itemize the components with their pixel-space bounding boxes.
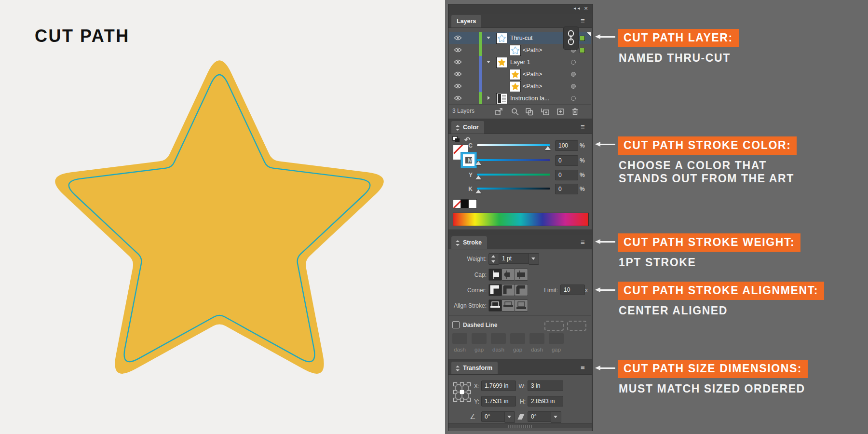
- layer-name[interactable]: Layer 1: [510, 59, 530, 66]
- align-center-button[interactable]: [488, 299, 502, 312]
- visibility-eye-icon[interactable]: [449, 80, 467, 92]
- panel-collapse-icon[interactable]: [455, 240, 460, 246]
- stroke-menu-icon[interactable]: ≡: [581, 239, 589, 245]
- layer-name[interactable]: Thru-cut: [510, 35, 533, 41]
- gap-input-2[interactable]: [510, 333, 525, 344]
- weight-dropdown[interactable]: [529, 253, 539, 265]
- new-layer-icon[interactable]: [556, 108, 566, 116]
- rotate-dropdown[interactable]: [504, 411, 515, 423]
- transform-menu-icon[interactable]: ≡: [581, 364, 589, 371]
- corner-bevel-button[interactable]: [515, 284, 528, 296]
- align-inside-button[interactable]: [502, 299, 515, 312]
- visibility-eye-icon[interactable]: [449, 32, 467, 44]
- color-spectrum-bar[interactable]: [453, 213, 589, 226]
- layer-row-path-2[interactable]: <Path>: [449, 68, 591, 81]
- layer-row-path-3[interactable]: <Path>: [449, 80, 591, 93]
- target-circle-icon[interactable]: [571, 60, 576, 65]
- divider: [449, 315, 591, 316]
- rotate-value-input[interactable]: 0°: [481, 411, 505, 422]
- black-slider[interactable]: [477, 188, 550, 190]
- collect-for-export-icon[interactable]: [495, 108, 504, 116]
- delete-layer-trash-icon[interactable]: [571, 108, 581, 116]
- weight-stepper[interactable]: [488, 253, 499, 265]
- h-value-input[interactable]: 2.8593 in: [528, 396, 563, 407]
- visibility-eye-icon[interactable]: [449, 92, 467, 104]
- dashed-line-checkbox[interactable]: [452, 321, 460, 328]
- visibility-eye-icon[interactable]: [449, 56, 467, 68]
- swatch-white[interactable]: [468, 199, 477, 208]
- layer-thumbnail[interactable]: [510, 69, 521, 80]
- layer-thumbnail[interactable]: [510, 81, 521, 92]
- cap-butt-button[interactable]: [488, 269, 502, 281]
- corner-miter-button[interactable]: [488, 284, 502, 296]
- cyan-slider[interactable]: [477, 144, 550, 146]
- constrain-proportions-link-icon[interactable]: [563, 27, 579, 50]
- miter-limit-input[interactable]: 10: [560, 285, 585, 295]
- dash-input-2[interactable]: [491, 333, 506, 344]
- stroke-tabstrip: Stroke ≡: [448, 235, 592, 249]
- shear-value-input[interactable]: 0°: [528, 411, 552, 422]
- black-value-input[interactable]: 0: [555, 184, 578, 194]
- w-value-input[interactable]: 3 in: [528, 380, 563, 391]
- cap-round-button[interactable]: [502, 269, 515, 281]
- annotation-stroke-color: CUT PATH STROKE COLOR: CHOOSE A COLOR TH…: [618, 136, 797, 185]
- cap-projecting-button[interactable]: [515, 269, 528, 281]
- yellow-value-input[interactable]: 0: [555, 170, 578, 180]
- layer-thumbnail[interactable]: [496, 33, 507, 44]
- y-value-input[interactable]: 1.7531 in: [481, 396, 516, 407]
- expand-chevron-icon[interactable]: [487, 37, 490, 39]
- layer-row-layer-1[interactable]: Layer 1: [449, 56, 591, 68]
- layers-menu-icon[interactable]: ≡: [581, 17, 589, 24]
- shear-dropdown[interactable]: [551, 411, 561, 423]
- dash-align-icon[interactable]: [567, 321, 586, 331]
- gap-input-3[interactable]: [549, 333, 564, 344]
- target-circle-icon[interactable]: [571, 84, 576, 89]
- layer-thumbnail[interactable]: [496, 93, 507, 104]
- close-icon[interactable]: ✕: [584, 6, 588, 11]
- weight-value-input[interactable]: 1 pt: [499, 253, 529, 264]
- layer-row-instruction[interactable]: Instruction la...: [449, 92, 591, 105]
- dash-input-3[interactable]: [529, 333, 544, 344]
- star-shape[interactable]: [55, 60, 384, 374]
- layer-thumbnail[interactable]: [510, 45, 521, 56]
- yellow-slider[interactable]: [477, 174, 550, 176]
- reference-point-locator[interactable]: [452, 381, 472, 403]
- layer-name[interactable]: <Path>: [523, 71, 542, 78]
- layer-name[interactable]: <Path>: [523, 83, 542, 90]
- black-slider-handle[interactable]: [475, 190, 481, 193]
- corner-round-button[interactable]: [502, 284, 515, 296]
- visibility-eye-icon[interactable]: [449, 68, 467, 80]
- gap-input-1[interactable]: [472, 333, 487, 344]
- dash-field-label: dash: [491, 347, 506, 353]
- layer-name[interactable]: <Path>: [523, 47, 542, 54]
- collapsed-chevron-icon[interactable]: [488, 96, 490, 100]
- visibility-eye-icon[interactable]: [449, 44, 467, 56]
- target-circle-icon[interactable]: [571, 72, 576, 77]
- align-outside-button[interactable]: [515, 299, 528, 312]
- fill-stroke-mini-icon[interactable]: [452, 136, 460, 143]
- layer-thumbnail[interactable]: [496, 57, 507, 68]
- color-menu-icon[interactable]: ≡: [581, 123, 589, 130]
- cyan-value-input[interactable]: 100: [555, 140, 578, 151]
- collapse-panels-icon[interactable]: ◄◄: [573, 6, 581, 11]
- clipping-mask-icon[interactable]: [525, 108, 535, 116]
- miter-limit-suffix: x: [585, 287, 588, 294]
- panel-collapse-icon[interactable]: [455, 366, 460, 371]
- cyan-slider-handle[interactable]: [545, 146, 551, 150]
- panel-collapse-icon[interactable]: [455, 125, 460, 131]
- locate-object-icon[interactable]: [511, 108, 520, 116]
- x-value-input[interactable]: 1.7699 in: [481, 380, 516, 391]
- magenta-value-input[interactable]: 0: [555, 155, 578, 166]
- yellow-slider-handle[interactable]: [475, 176, 481, 179]
- layer-color-bar: [479, 68, 482, 80]
- magenta-slider-handle[interactable]: [475, 161, 481, 165]
- annotation-note: 1PT STROKE: [618, 256, 800, 269]
- magenta-slider[interactable]: [477, 159, 550, 161]
- expand-chevron-icon[interactable]: [487, 61, 490, 63]
- dash-input-1[interactable]: [452, 333, 467, 344]
- layer-name[interactable]: Instruction la...: [510, 95, 549, 102]
- new-sublayer-icon[interactable]: [541, 108, 550, 116]
- tab-layers[interactable]: Layers: [451, 15, 481, 27]
- dash-preserve-icon[interactable]: [544, 321, 564, 331]
- target-circle-icon[interactable]: [571, 96, 576, 101]
